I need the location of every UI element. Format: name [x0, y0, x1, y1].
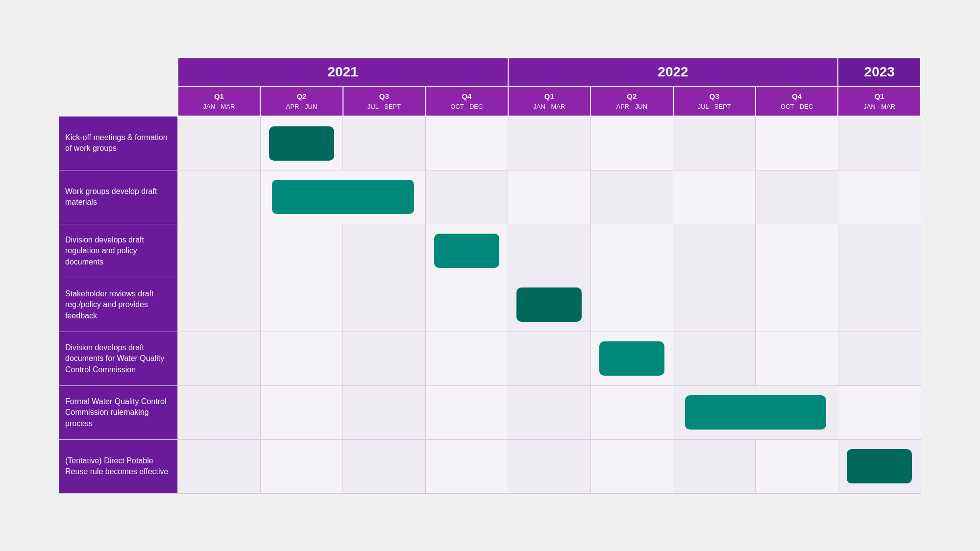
label-dpr: (Tentative) Direct Potable Reuse rule be…	[59, 439, 178, 493]
cell-r4-q1-2021	[178, 278, 260, 332]
cell-r6-q1-2021	[178, 385, 260, 439]
cell-r2-q1-2021	[178, 170, 260, 224]
cell-r3-q1-2023	[838, 224, 921, 278]
cell-r6-q2-2022	[590, 385, 673, 439]
label-workgroups: Work groups develop draft materials	[59, 170, 178, 224]
label-division-wqcc: Division develops draft documents for Wa…	[59, 332, 178, 385]
cell-r7-q4-2021	[425, 439, 508, 493]
q1-2021: Q1JAN - MAR	[178, 86, 260, 116]
corner-cell	[59, 58, 178, 86]
cell-r1-q1-2023	[838, 116, 921, 170]
cell-r3-q1-2022	[508, 224, 590, 278]
cell-r7-q2-2022	[590, 439, 673, 493]
cell-r5-q4-2022	[756, 332, 838, 385]
cell-r1-q3-2021	[343, 116, 425, 170]
q2-2022: Q2APR - JUN	[590, 86, 673, 116]
cell-r1-q4-2022	[756, 116, 838, 170]
q3-2021: Q3JUL - SEPT	[343, 86, 425, 116]
cell-r2-q3-2022	[673, 170, 756, 224]
bar-kickoff	[269, 126, 334, 161]
cell-r5-q2-2021	[260, 332, 343, 385]
q3-2022: Q3JUL - SEPT	[673, 86, 756, 116]
cell-r2-q4-2022	[756, 170, 838, 224]
cell-r6-q3-2021	[343, 385, 425, 439]
bar-division-reg	[434, 234, 499, 268]
cell-r3-q1-2021	[178, 224, 260, 278]
bar-dpr	[847, 449, 912, 483]
cell-r3-q2-2021	[260, 224, 343, 278]
cell-r5-q1-2021	[178, 332, 260, 385]
row-workgroups: Work groups develop draft materials	[59, 170, 921, 224]
cell-r4-q1-2023	[838, 278, 921, 332]
label-division-reg: Division develops draft regulation and p…	[59, 224, 178, 278]
year-2021: 2021	[178, 58, 508, 86]
cell-r6-q1-2023	[838, 385, 921, 439]
cell-r2-q2-q3-2021	[260, 170, 425, 224]
cell-r4-q4-2021	[425, 278, 508, 332]
bar-workgroups	[272, 180, 414, 214]
cell-r3-q3-2021	[343, 224, 425, 278]
row-formal-wqcc: Formal Water Quality Control Commission …	[59, 385, 921, 439]
bar-division-wqcc	[599, 341, 664, 376]
cell-r1-q4-2021	[425, 116, 508, 170]
cell-r2-q2-2022	[590, 170, 673, 224]
row-division-reg: Division develops draft regulation and p…	[59, 224, 921, 278]
year-2022: 2022	[508, 58, 838, 86]
cell-r6-q1-2022	[508, 385, 590, 439]
label-formal-wqcc: Formal Water Quality Control Commission …	[59, 385, 178, 439]
cell-r2-q4-2021	[425, 170, 508, 224]
cell-r7-q1-2023	[838, 439, 921, 493]
cell-r3-q4-2022	[756, 224, 838, 278]
cell-r4-q1-2022	[508, 278, 590, 332]
cell-r7-q2-2021	[260, 439, 343, 493]
label-kickoff: Kick-off meetings & formation of work gr…	[59, 116, 178, 170]
cell-r2-q1-2023	[838, 170, 921, 224]
cell-r5-q3-2022	[673, 332, 756, 385]
q2-2021: Q2APR - JUN	[260, 86, 343, 116]
label-stakeholder: Stakeholder reviews draft reg./policy an…	[59, 278, 178, 332]
cell-r5-q4-2021	[425, 332, 508, 385]
quarter-corner	[59, 86, 178, 116]
year-2023: 2023	[838, 58, 921, 86]
cell-r1-q2-2021	[260, 116, 343, 170]
cell-r4-q3-2022	[673, 278, 756, 332]
cell-r5-q2-2022	[590, 332, 673, 385]
cell-r3-q4-2021	[425, 224, 508, 278]
row-dpr: (Tentative) Direct Potable Reuse rule be…	[59, 439, 921, 493]
q4-2021: Q4OCT - DEC	[425, 86, 508, 116]
cell-r3-q2-2022	[590, 224, 673, 278]
cell-r5-q1-2023	[838, 332, 921, 385]
row-division-wqcc: Division develops draft documents for Wa…	[59, 332, 921, 385]
quarter-header-row: Q1JAN - MAR Q2APR - JUN Q3JUL - SEPT Q4O…	[59, 86, 921, 116]
q4-2022: Q4OCT - DEC	[756, 86, 838, 116]
row-stakeholder: Stakeholder reviews draft reg./policy an…	[59, 278, 921, 332]
bar-stakeholder	[516, 287, 582, 322]
cell-r4-q4-2022	[756, 278, 838, 332]
q1-2023: Q1JAN - MAR	[838, 86, 921, 116]
cell-r6-q2-2021	[260, 385, 343, 439]
cell-r1-q1-2022	[508, 116, 590, 170]
cell-r7-q1-2022	[508, 439, 590, 493]
cell-r6-q3-q4-2022	[673, 385, 838, 439]
cell-r1-q3-2022	[673, 116, 756, 170]
q1-2022: Q1JAN - MAR	[508, 86, 590, 116]
cell-r7-q1-2021	[178, 439, 260, 493]
cell-r4-q2-2021	[260, 278, 343, 332]
year-header-row: 2021 2022 2023	[59, 58, 921, 86]
cell-r4-q2-2022	[590, 278, 673, 332]
bar-formal-wqcc	[685, 395, 826, 430]
cell-r4-q3-2021	[343, 278, 425, 332]
cell-r2-q1-2022	[508, 170, 590, 224]
chart-wrapper: 2021 2022 2023 Q1JAN - MAR Q2APR - JUN Q…	[49, 48, 931, 503]
cell-r7-q3-2021	[343, 439, 425, 493]
cell-r7-q3-2022	[673, 439, 756, 493]
cell-r5-q3-2021	[343, 332, 425, 385]
row-kickoff: Kick-off meetings & formation of work gr…	[59, 116, 921, 170]
cell-r7-q4-2022	[756, 439, 838, 493]
gantt-table: 2021 2022 2023 Q1JAN - MAR Q2APR - JUN Q…	[59, 57, 921, 494]
cell-r6-q4-2021	[425, 385, 508, 439]
cell-r3-q3-2022	[673, 224, 756, 278]
cell-r1-q2-2022	[590, 116, 673, 170]
cell-r1-q1-2021	[178, 116, 260, 170]
cell-r5-q1-2022	[508, 332, 590, 385]
